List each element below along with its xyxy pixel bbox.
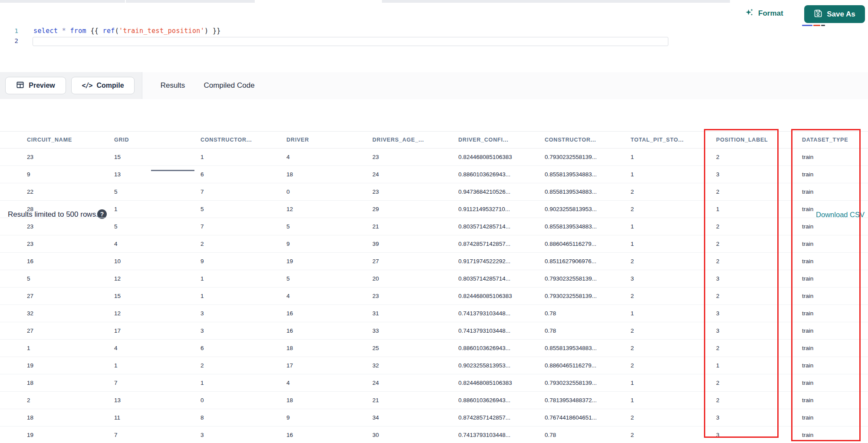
table-row: 913618240.8860103626943...0.855813953488…	[0, 166, 868, 183]
table-cell: 20	[372, 275, 458, 282]
table-cell: 3	[201, 327, 286, 334]
table-cell: 18	[27, 380, 114, 386]
table-cell: 0.78	[545, 310, 631, 317]
table-cell: 2	[201, 362, 286, 369]
minimap-code-mark	[821, 25, 825, 26]
table-cell: 0.8860465116279...	[545, 362, 631, 369]
sql-editor[interactable]: Format Save As 1 2 select * from {{ ref(…	[0, 3, 868, 72]
compile-button[interactable]: </> Compile	[71, 77, 135, 94]
table-cell: 1	[631, 171, 716, 178]
table-cell: 2	[631, 362, 716, 369]
column-header-circuit-name: CIRCUIT_NAME	[27, 137, 114, 143]
code-token-operator: *	[62, 27, 66, 35]
table-cell: 27	[372, 258, 458, 264]
table-cell: 0.8558139534883...	[545, 188, 631, 195]
table-cell: 0.7930232558139...	[545, 380, 631, 386]
line-number-1: 1	[9, 27, 18, 34]
code-brackets-icon: </>	[82, 82, 92, 89]
table-cell: 0.78	[545, 432, 631, 438]
table-cell: 18	[286, 345, 372, 351]
table-cell: 0.8035714285714...	[458, 275, 545, 282]
table-cell: 9	[286, 241, 372, 247]
tab-compiled-code[interactable]: Compiled Code	[194, 72, 264, 99]
table-cell: 3	[631, 275, 716, 282]
table-cell: 2	[631, 432, 716, 438]
table-cell: 6	[201, 171, 286, 178]
table-cell: 3	[201, 310, 286, 317]
table-cell: 11	[114, 414, 201, 421]
line-number-2: 2	[9, 37, 18, 44]
compile-button-label: Compile	[96, 82, 124, 89]
active-line-highlight[interactable]	[33, 37, 668, 46]
table-cell: 2	[716, 345, 802, 351]
save-as-button[interactable]: Save As	[804, 5, 865, 23]
results-table: CIRCUIT_NAMEGRIDCONSTRUCTOR...DRIVERDRIV…	[0, 131, 868, 443]
table-cell: train	[802, 327, 868, 334]
table-cell: 21	[372, 397, 458, 403]
table-cell: 16	[27, 258, 114, 264]
table-cell: 32	[372, 362, 458, 369]
dbt-ide-window: Format Save As 1 2 select * from {{ ref(…	[0, 0, 868, 443]
table-cell: 2	[631, 345, 716, 351]
table-cell: 2	[716, 397, 802, 403]
code-token-bracket: (	[115, 27, 119, 35]
table-cell: 30	[372, 432, 458, 438]
table-cell: 3	[716, 432, 802, 438]
table-cell: 3	[716, 327, 802, 334]
table-cell: 24	[372, 171, 458, 178]
table-cell: 7	[201, 223, 286, 230]
column-header-constructor: CONSTRUCTOR...	[545, 137, 631, 143]
table-cell: train	[802, 258, 868, 264]
table-cell: 15	[114, 293, 201, 299]
table-cell: 4	[114, 345, 201, 351]
table-cell: 2	[201, 241, 286, 247]
table-row: 231514230.8244680851063830.7930232558139…	[0, 149, 868, 166]
table-cell: 1	[114, 206, 201, 212]
editor-minimap[interactable]	[802, 25, 825, 26]
table-header-row: CIRCUIT_NAMEGRIDCONSTRUCTOR...DRIVERDRIV…	[0, 131, 868, 149]
table-cell: train	[802, 275, 868, 282]
code-line-1[interactable]: select * from {{ ref('train_test_positio…	[33, 27, 221, 35]
preview-button[interactable]: Preview	[5, 77, 66, 94]
table-cell: 1	[114, 362, 201, 369]
table-row: 197316300.7413793103448...0.7823train	[0, 426, 868, 443]
action-button-group: Preview </> Compile	[0, 72, 142, 99]
table-cell: 0	[201, 397, 286, 403]
column-header-grid: GRID	[114, 137, 201, 143]
tab-results[interactable]: Results	[151, 72, 194, 99]
table-cell: 0.8860103626943...	[458, 397, 545, 403]
table-cell: 2	[631, 327, 716, 334]
table-cell: 19	[27, 432, 114, 438]
table-cell: 5	[286, 223, 372, 230]
table-cell: train	[802, 154, 868, 160]
table-row: 18714240.8244680851063830.7930232558139.…	[0, 374, 868, 392]
table-cell: 1	[716, 362, 802, 369]
table-cell: 33	[372, 327, 458, 334]
table-cell: 0.9023255813953...	[458, 362, 545, 369]
code-token-function: ref	[103, 27, 115, 35]
table-cell: train	[802, 362, 868, 369]
code-token-keyword: from	[70, 27, 86, 35]
table-cell: 22	[27, 188, 114, 195]
table-cell: 1	[631, 241, 716, 247]
table-cell: 25	[372, 345, 458, 351]
table-cell: 0.7813953488372...	[545, 397, 631, 403]
table-cell: 18	[286, 397, 372, 403]
code-token-plain	[58, 27, 62, 35]
format-button[interactable]: Format	[745, 7, 783, 20]
table-cell: 17	[114, 327, 201, 334]
table-cell: 2	[631, 414, 716, 421]
save-as-button-label: Save As	[827, 10, 855, 19]
table-cell: 16	[286, 432, 372, 438]
table-cell: 1	[631, 397, 716, 403]
minimap-code-mark	[802, 25, 812, 26]
table-row: 51215200.8035714285714...0.7930232558139…	[0, 270, 868, 288]
column-header-drivers-age: DRIVERS_AGE_...	[372, 137, 458, 143]
table-cell: 3	[201, 432, 286, 438]
table-row: 181189340.8742857142857...0.767441860465…	[0, 409, 868, 426]
table-cell: train	[802, 310, 868, 317]
table-cell: 17	[286, 362, 372, 369]
table-cell: 4	[114, 241, 201, 247]
table-cell: 19	[286, 258, 372, 264]
table-cell: train	[802, 380, 868, 386]
